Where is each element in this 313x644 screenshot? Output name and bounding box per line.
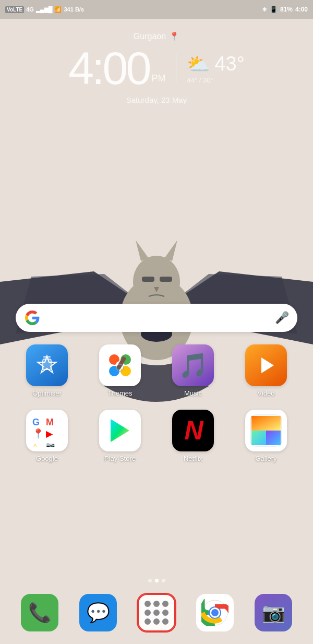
gallery-label: Gallery xyxy=(255,455,276,462)
gallery-icon xyxy=(245,410,287,451)
svg-text:📍: 📍 xyxy=(32,428,44,439)
app-row-1: Optimiser Themes � xyxy=(10,344,303,397)
chrome-icon xyxy=(196,594,234,631)
optimiser-label: Optimiser xyxy=(32,389,62,397)
status-left: VoLTE 4G ▂▄▆█ 📶 341 B/s xyxy=(5,6,84,13)
location-pin-icon: 📍 xyxy=(169,31,179,41)
messages-icon: 💬 xyxy=(79,594,117,631)
svg-marker-7 xyxy=(164,240,177,261)
svg-rect-33 xyxy=(251,431,266,445)
svg-text:△: △ xyxy=(32,442,38,447)
netflix-label: Netflix xyxy=(184,455,202,462)
clock-weather-widget: Gurgaon 📍 4:00 PM ⛅ 43° 44° / 30° Saturd… xyxy=(0,31,313,104)
page-indicator xyxy=(0,579,313,582)
weather-section: ⛅ 43° 44° / 30° xyxy=(187,53,244,84)
svg-rect-14 xyxy=(43,359,51,369)
date-display: Saturday, 23 May xyxy=(126,96,187,104)
google-logo xyxy=(24,309,41,326)
dock-phone[interactable]: 📞 xyxy=(21,594,58,631)
svg-text:M: M xyxy=(46,417,54,427)
page-dot-1 xyxy=(155,579,159,582)
apps-dot xyxy=(162,618,168,625)
location-name: Gurgaon xyxy=(134,32,166,41)
speed-indicator: 341 B/s xyxy=(64,6,84,13)
dock-camera[interactable]: 📷 xyxy=(255,594,292,631)
playstore-label: Play Store xyxy=(104,455,136,462)
apps-dot xyxy=(145,618,151,625)
status-bar: VoLTE 4G ▂▄▆█ 📶 341 B/s ∗ 📳 81% 4:00 xyxy=(0,0,313,19)
dock-app-drawer[interactable] xyxy=(138,594,175,631)
svg-text:G: G xyxy=(32,417,40,427)
clock-row: 4:00 PM ⛅ 43° 44° / 30° xyxy=(68,45,245,91)
music-icon: 🎵 xyxy=(172,344,214,386)
app-drawer-icon xyxy=(138,594,175,631)
svg-rect-34 xyxy=(266,431,281,445)
svg-rect-32 xyxy=(251,416,281,431)
mic-icon[interactable]: 🎤 xyxy=(275,311,289,325)
clock-ampm: PM xyxy=(151,73,165,84)
signal-strength: 4G xyxy=(26,6,34,13)
netflix-icon: N xyxy=(172,410,214,451)
apps-dot xyxy=(145,610,151,616)
playstore-icon xyxy=(99,410,141,451)
apps-dot xyxy=(153,601,160,607)
camera-icon: 📷 xyxy=(255,594,292,631)
themes-icon xyxy=(99,344,141,386)
weather-range: 44° / 30° xyxy=(187,76,213,84)
video-label: Video xyxy=(257,389,274,397)
status-time: 4:00 xyxy=(295,6,308,13)
app-row-2: G M 📍 ▶ △ 📷 Google xyxy=(10,410,303,462)
svg-marker-23 xyxy=(261,357,274,373)
svg-point-38 xyxy=(211,609,219,616)
app-item-optimiser[interactable]: Optimiser xyxy=(18,344,76,397)
app-item-gallery[interactable]: Gallery xyxy=(237,410,295,462)
dock-chrome[interactable] xyxy=(196,594,234,631)
music-label: Music xyxy=(184,389,202,397)
weather-icon: ⛅ xyxy=(187,53,210,75)
google-app-icon: G M 📍 ▶ △ 📷 xyxy=(26,410,68,451)
svg-marker-6 xyxy=(136,240,149,261)
apps-dot xyxy=(162,610,168,616)
phone-icon: 📞 xyxy=(21,594,58,631)
app-item-google[interactable]: G M 📍 ▶ △ 📷 Google xyxy=(18,410,76,462)
svg-rect-8 xyxy=(142,277,154,282)
svg-text:▶: ▶ xyxy=(46,430,53,438)
clock-time: 4:00 xyxy=(68,45,149,91)
signal-bars: ▂▄▆█ xyxy=(36,6,53,13)
vibrate-icon: 📳 xyxy=(270,6,278,13)
app-item-netflix[interactable]: N Netflix xyxy=(164,410,222,462)
time-weather-divider xyxy=(176,53,176,84)
svg-point-5 xyxy=(133,256,180,308)
video-icon xyxy=(245,344,287,386)
svg-text:📷: 📷 xyxy=(46,442,55,447)
weather-temp-row: ⛅ 43° xyxy=(187,53,244,75)
app-item-video[interactable]: Video xyxy=(237,344,295,397)
apps-dot xyxy=(162,601,168,607)
page-dot-0 xyxy=(148,579,152,582)
page-dot-2 xyxy=(162,579,165,582)
app-grid: Optimiser Themes � xyxy=(0,344,313,475)
carrier-icon: VoLTE xyxy=(5,6,24,13)
app-item-themes[interactable]: Themes xyxy=(91,344,149,397)
weather-temp: 43° xyxy=(214,53,244,75)
dock: 📞 💬 xyxy=(0,587,313,644)
status-right: ∗ 📳 81% 4:00 xyxy=(262,6,308,13)
themes-label: Themes xyxy=(108,389,133,397)
apps-dot xyxy=(153,618,160,625)
dock-messages[interactable]: 💬 xyxy=(79,594,117,631)
svg-rect-9 xyxy=(160,277,172,282)
app-item-music[interactable]: 🎵 Music xyxy=(164,344,222,397)
svg-marker-30 xyxy=(111,419,129,442)
apps-dot xyxy=(153,610,160,616)
bluetooth-icon: ∗ xyxy=(262,6,267,13)
search-bar[interactable]: 🎤 xyxy=(16,304,297,332)
location-row: Gurgaon 📍 xyxy=(134,31,179,41)
wifi-icon: 📶 xyxy=(54,6,62,13)
apps-dot xyxy=(145,601,151,607)
app-item-playstore[interactable]: Play Store xyxy=(91,410,149,462)
google-label: Google xyxy=(36,455,58,462)
battery-indicator: 81% xyxy=(280,6,293,13)
optimiser-icon xyxy=(26,344,68,386)
